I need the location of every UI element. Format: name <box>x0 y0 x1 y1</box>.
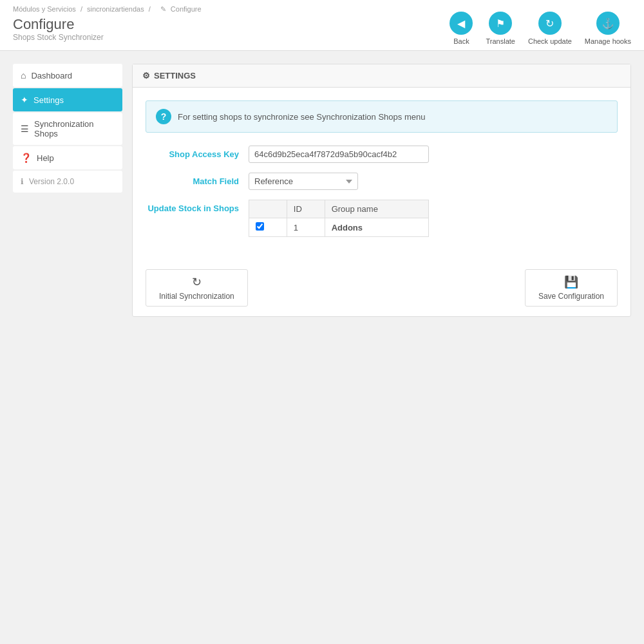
sync-shops-icon: ☰ <box>21 124 29 134</box>
row-id: 1 <box>287 218 325 237</box>
back-icon: ◀ <box>450 12 473 35</box>
shop-access-key-label: Shop Access Key <box>146 146 249 159</box>
table-row: 1 Addons <box>249 218 429 237</box>
content-header: ⚙ SETTINGS <box>133 64 630 88</box>
sidebar: ⌂ Dashboard ✦ Settings ☰ Synchronization… <box>13 64 122 317</box>
gear-icon: ⚙ <box>142 71 150 80</box>
top-actions: ◀ Back ⚑ Translate ↻ Check update ⚓ Mana… <box>450 5 631 45</box>
version-icon: ℹ <box>21 177 24 186</box>
back-button[interactable]: ◀ Back <box>450 12 473 45</box>
row-group-name: Addons <box>325 218 428 237</box>
breadcrumb-modules[interactable]: Módulos y Servicios <box>13 5 76 13</box>
update-stock-label: Update Stock in Shops <box>146 200 249 213</box>
match-field-row: Match Field Reference EAN13 UPC <box>146 173 618 190</box>
initial-sync-button[interactable]: ↻ Initial Synchronization <box>146 269 248 307</box>
save-config-button[interactable]: 💾 Save Configuration <box>525 269 618 307</box>
match-field-label: Match Field <box>146 173 249 186</box>
manage-hooks-icon: ⚓ <box>596 12 620 35</box>
check-update-icon: ↻ <box>538 12 562 35</box>
help-icon: ❓ <box>21 153 32 163</box>
sidebar-item-dashboard[interactable]: ⌂ Dashboard <box>13 64 122 87</box>
translate-button[interactable]: ⚑ Translate <box>486 12 515 45</box>
breadcrumb-sync[interactable]: sincronizartiendas <box>87 5 144 13</box>
breadcrumb-configure: ✎Configure <box>158 5 204 13</box>
update-stock-wrap: ID Group name 1 Addons <box>249 200 618 237</box>
sidebar-item-label: Dashboard <box>31 71 72 80</box>
col-checkbox <box>249 200 287 218</box>
dashboard-icon: ⌂ <box>21 70 26 80</box>
sidebar-item-label: SynchronizationShops <box>34 119 94 138</box>
info-icon: ? <box>156 109 171 124</box>
page-title: Configure <box>13 16 207 33</box>
info-text: For setting shops to synchronize see Syn… <box>178 112 425 122</box>
content-body: ? For setting shops to synchronize see S… <box>133 88 630 260</box>
sidebar-item-label: Help <box>37 153 54 163</box>
breadcrumb: Módulos y Servicios / sincronizartiendas… <box>13 5 207 14</box>
shop-access-key-input[interactable] <box>249 146 429 163</box>
update-stock-row: Update Stock in Shops ID Group name <box>146 200 618 237</box>
match-field-select[interactable]: Reference EAN13 UPC <box>249 173 358 190</box>
settings-icon: ✦ <box>21 95 28 105</box>
content-panel: ⚙ SETTINGS ? For setting shops to synchr… <box>132 64 631 317</box>
main-layout: ⌂ Dashboard ✦ Settings ☰ Synchronization… <box>0 51 644 330</box>
translate-icon: ⚑ <box>489 12 512 35</box>
manage-hooks-button[interactable]: ⚓ Manage hooks <box>585 12 631 45</box>
sidebar-item-label: Settings <box>33 95 64 105</box>
col-id: ID <box>287 200 325 218</box>
sidebar-version: ℹ Version 2.0.0 <box>13 171 122 193</box>
check-update-button[interactable]: ↻ Check update <box>528 12 572 45</box>
sidebar-item-settings[interactable]: ✦ Settings <box>13 88 122 111</box>
info-box: ? For setting shops to synchronize see S… <box>146 100 618 133</box>
content-footer: ↻ Initial Synchronization 💾 Save Configu… <box>133 260 630 316</box>
save-icon: 💾 <box>564 275 578 289</box>
sidebar-item-synchronization-shops[interactable]: ☰ SynchronizationShops <box>13 113 122 145</box>
top-bar: Módulos y Servicios / sincronizartiendas… <box>0 0 644 51</box>
table-header-row: ID Group name <box>249 200 429 218</box>
shops-table: ID Group name 1 Addons <box>249 200 429 237</box>
match-field-wrap: Reference EAN13 UPC <box>249 173 618 190</box>
sync-icon: ↻ <box>192 275 202 289</box>
page-subtitle: Shops Stock Synchronizer <box>13 33 207 42</box>
shop-access-key-row: Shop Access Key <box>146 146 618 163</box>
col-group-name: Group name <box>325 200 428 218</box>
row-checkbox[interactable] <box>256 222 264 231</box>
shop-access-key-wrap <box>249 146 618 163</box>
sidebar-item-help[interactable]: ❓ Help <box>13 146 122 169</box>
row-checkbox-cell <box>249 218 287 237</box>
